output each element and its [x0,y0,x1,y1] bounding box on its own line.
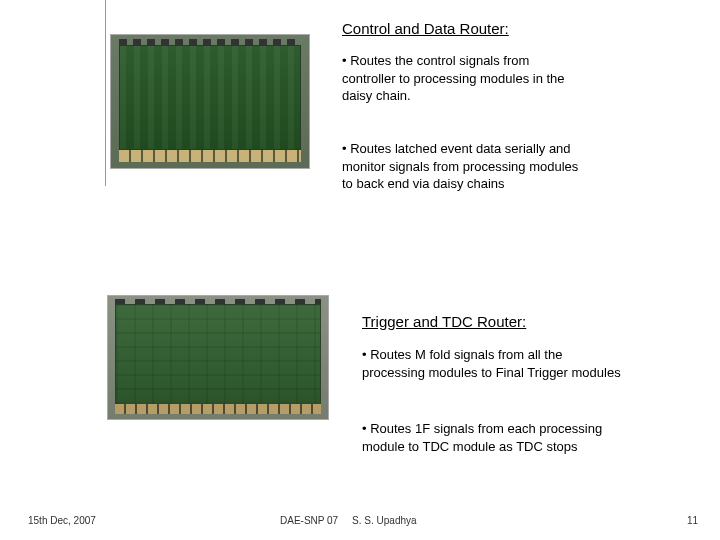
pcb-connectors-top [119,39,301,45]
footer-author: S. S. Upadhya [352,515,416,526]
vertical-divider [105,0,106,186]
footer-page-number: 11 [687,515,698,526]
trigger-tdc-router-photo [107,295,329,420]
section1-title: Control and Data Router: [342,20,509,37]
section2-title: Trigger and TDC Router: [362,313,526,330]
section1-bullet2: • Routes latched event data serially and… [342,140,582,193]
section2-bullet2: • Routes 1F signals from each processing… [362,420,622,455]
section2-bullet1: • Routes M fold signals from all the pro… [362,346,622,381]
footer-center: DAE-SNP 07 S. S. Upadhya [280,515,417,526]
section1-bullet1: • Routes the control signals from contro… [342,52,572,105]
footer-date: 15th Dec, 2007 [28,515,96,526]
slide-content: Control and Data Router: • Routes the co… [0,0,720,540]
control-data-router-photo [110,34,310,169]
footer-conference: DAE-SNP 07 [280,515,338,526]
pcb-connectors-top [115,299,321,304]
